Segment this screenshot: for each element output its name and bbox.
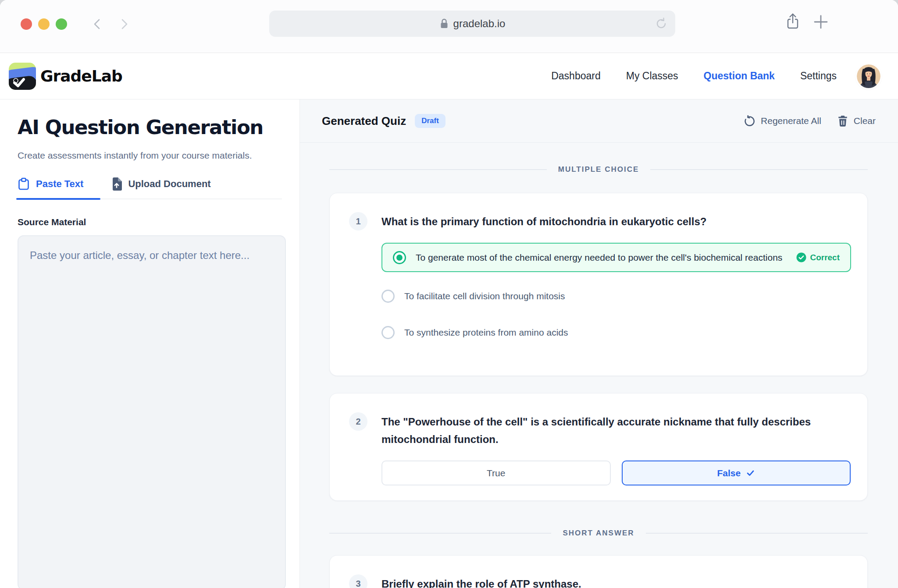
answer-option-text: To generate most of the chemical energy … bbox=[416, 250, 787, 265]
quiz-scroll-area[interactable]: MULTIPLE CHOICE 1 What is the primary fu… bbox=[300, 143, 898, 588]
reload-icon[interactable] bbox=[654, 17, 668, 31]
forward-icon[interactable] bbox=[118, 18, 131, 31]
answer-option-correct[interactable]: To generate most of the chemical energy … bbox=[381, 243, 851, 272]
lock-icon bbox=[439, 18, 449, 29]
radio-selected-icon[interactable] bbox=[393, 251, 406, 264]
question-text: Briefly explain the role of ATP synthase… bbox=[381, 574, 811, 588]
divider bbox=[329, 533, 551, 534]
radio-icon[interactable] bbox=[381, 290, 395, 303]
minimize-window-button[interactable] bbox=[38, 18, 50, 30]
divider bbox=[329, 169, 547, 170]
brand[interactable]: GradeLab bbox=[9, 63, 122, 90]
section-multiple-choice-label: MULTIPLE CHOICE bbox=[558, 165, 639, 174]
clipboard-icon bbox=[18, 177, 30, 191]
share-icon[interactable] bbox=[784, 12, 802, 32]
selected-check-icon bbox=[746, 468, 755, 478]
nav-my-classes[interactable]: My Classes bbox=[626, 70, 678, 82]
brand-name: GradeLab bbox=[40, 67, 122, 85]
false-button-label: False bbox=[717, 468, 741, 478]
browser-chrome: gradelab.io bbox=[0, 0, 898, 53]
tab-upload-document[interactable]: Upload Document bbox=[111, 177, 210, 191]
question-card-3: 3 Briefly explain the role of ATP syntha… bbox=[329, 555, 868, 588]
answer-option-text: To facilitate cell division through mito… bbox=[404, 291, 565, 301]
answer-option[interactable]: To synthesize proteins from amino acids bbox=[381, 326, 850, 339]
question-number: 3 bbox=[349, 574, 367, 588]
true-false-group: True False bbox=[381, 460, 851, 485]
page-title: AI Question Generation bbox=[18, 116, 282, 139]
clear-label: Clear bbox=[854, 116, 876, 126]
quiz-toolbar: Generated Quiz Draft Regenerate All Clea… bbox=[300, 99, 898, 143]
question-text: The "Powerhouse of the cell" is a scient… bbox=[381, 412, 811, 448]
tab-paste-text-label: Paste Text bbox=[36, 178, 83, 190]
app-header: GradeLab Dashboard My Classes Question B… bbox=[0, 53, 898, 99]
question-card-1: 1 What is the primary function of mitoch… bbox=[329, 193, 868, 376]
regenerate-all-label: Regenerate All bbox=[761, 116, 821, 126]
answer-option-text: To synthesize proteins from amino acids bbox=[404, 327, 568, 338]
main-area: AI Question Generation Create assessment… bbox=[0, 99, 898, 588]
section-multiple-choice: MULTIPLE CHOICE bbox=[329, 165, 868, 174]
true-button[interactable]: True bbox=[381, 460, 611, 485]
toolbar-actions: Regenerate All Clear bbox=[744, 115, 876, 127]
section-short-answer: SHORT ANSWER bbox=[329, 529, 868, 538]
active-tab-underline bbox=[16, 198, 100, 200]
url-text: gradelab.io bbox=[453, 18, 506, 30]
source-material-label: Source Material bbox=[18, 217, 282, 227]
main-nav: Dashboard My Classes Question Bank Setti… bbox=[551, 70, 837, 82]
page-subtitle: Create assessments instantly from your c… bbox=[18, 150, 282, 161]
question-number: 2 bbox=[349, 412, 367, 431]
false-button[interactable]: False bbox=[622, 460, 851, 485]
trash-icon bbox=[837, 115, 848, 127]
zoom-window-button[interactable] bbox=[56, 18, 67, 30]
new-tab-icon[interactable] bbox=[811, 12, 830, 32]
back-icon[interactable] bbox=[91, 18, 104, 31]
question-number: 1 bbox=[349, 212, 367, 230]
true-button-label: True bbox=[487, 468, 505, 478]
user-avatar[interactable] bbox=[857, 64, 880, 88]
quiz-title: Generated Quiz bbox=[322, 114, 406, 128]
section-short-answer-label: SHORT ANSWER bbox=[563, 529, 634, 538]
check-circle-icon bbox=[796, 252, 806, 262]
answer-option[interactable]: To facilitate cell division through mito… bbox=[381, 290, 850, 303]
browser-window: gradelab.io bbox=[0, 0, 898, 588]
regenerate-all-button[interactable]: Regenerate All bbox=[744, 115, 821, 127]
address-bar[interactable]: gradelab.io bbox=[269, 11, 675, 37]
generation-sidebar: AI Question Generation Create assessment… bbox=[0, 99, 300, 588]
divider bbox=[650, 169, 868, 170]
nav-question-bank[interactable]: Question Bank bbox=[704, 70, 775, 82]
close-window-button[interactable] bbox=[21, 18, 32, 30]
question-text: What is the primary function of mitochon… bbox=[381, 212, 811, 230]
divider bbox=[646, 533, 868, 534]
draft-status-badge: Draft bbox=[415, 114, 445, 128]
tab-upload-document-label: Upload Document bbox=[128, 178, 210, 190]
tab-paste-text[interactable]: Paste Text bbox=[18, 177, 83, 191]
correct-badge-label: Correct bbox=[810, 253, 840, 262]
nav-dashboard[interactable]: Dashboard bbox=[551, 70, 601, 82]
source-tabs: Paste Text Upload Document bbox=[18, 177, 282, 199]
correct-badge: Correct bbox=[796, 252, 840, 262]
question-card-2: 2 The "Powerhouse of the cell" is a scie… bbox=[329, 393, 868, 501]
refresh-icon bbox=[744, 115, 755, 127]
gradelab-logo-icon bbox=[9, 63, 36, 90]
source-material-input[interactable] bbox=[18, 235, 286, 588]
nav-settings[interactable]: Settings bbox=[800, 70, 837, 82]
upload-document-icon bbox=[111, 177, 122, 191]
quiz-content: Generated Quiz Draft Regenerate All Clea… bbox=[300, 99, 898, 588]
radio-icon[interactable] bbox=[381, 326, 395, 339]
clear-button[interactable]: Clear bbox=[837, 115, 876, 127]
